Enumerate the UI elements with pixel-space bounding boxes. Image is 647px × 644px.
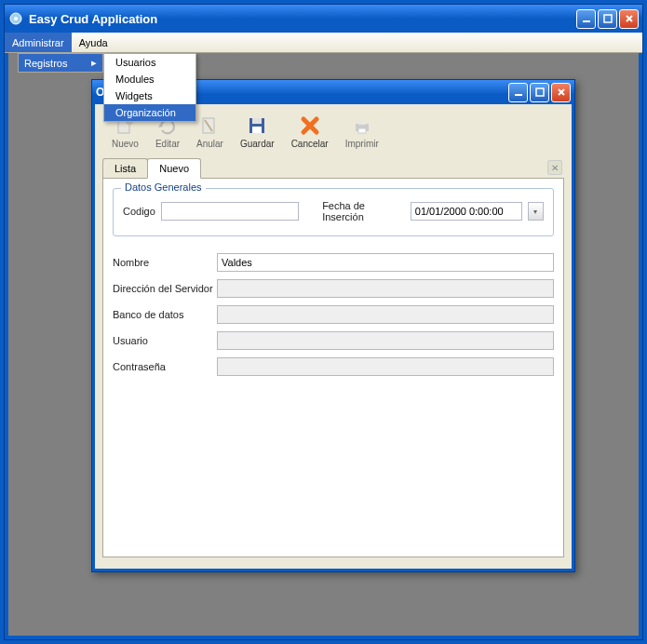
direccion-label: Dirección del Servidor — [113, 283, 217, 294]
fecha-input[interactable] — [411, 202, 522, 221]
minimize-button[interactable] — [576, 9, 596, 29]
menu-registros-label: Registros — [24, 58, 67, 69]
toolbar-imprimir-label: Imprimir — [345, 139, 379, 149]
tab-panel-nuevo: Datos Generales Codigo Fecha de Inserció… — [102, 178, 564, 557]
codigo-label: Codigo — [123, 206, 155, 217]
toolbar-guardar-label: Guardar — [240, 139, 275, 149]
date-picker-button[interactable]: ▾ — [528, 202, 544, 221]
tab-lista[interactable]: Lista — [102, 158, 148, 178]
svg-rect-22 — [358, 128, 366, 133]
fieldset-datos-generales: Datos Generales Codigo Fecha de Inserció… — [113, 188, 554, 236]
fieldset-legend: Datos Generales — [121, 181, 206, 193]
tab-nuevo[interactable]: Nuevo — [147, 158, 201, 179]
child-close-button[interactable] — [551, 83, 571, 102]
svg-rect-2 — [583, 20, 590, 22]
svg-rect-3 — [604, 15, 612, 22]
main-window-controls — [576, 9, 639, 29]
chevron-right-icon: ▸ — [91, 57, 97, 69]
child-window-controls — [508, 83, 571, 102]
print-icon — [351, 114, 373, 137]
usuario-label: Usuario — [113, 335, 217, 346]
submenu-item-organizacion[interactable]: Organización — [104, 104, 195, 121]
menu-registros[interactable]: Registros ▸ — [18, 53, 103, 73]
toolbar-anular-label: Anular — [196, 139, 223, 149]
tab-close-button[interactable]: ✕ — [547, 160, 562, 175]
toolbar-cancelar-label: Cancelar — [291, 139, 329, 149]
submenu-item-modules[interactable]: Modules — [104, 71, 195, 87]
chevron-down-icon: ▾ — [533, 208, 537, 216]
contrasena-input[interactable] — [217, 357, 554, 376]
toolbar-guardar-button[interactable]: Guardar — [240, 114, 275, 149]
dropdown-menu: Registros ▸ Usuarios Modules Widgets Org… — [18, 53, 103, 73]
toolbar-editar-label: Editar — [155, 139, 180, 149]
toolbar-imprimir-button[interactable]: Imprimir — [345, 114, 379, 149]
app-title: Easy Crud Application — [29, 12, 576, 26]
menu-ayuda[interactable]: Ayuda — [72, 33, 115, 52]
toolbar-nuevo-label: Nuevo — [112, 139, 139, 149]
menubar: Administrar Ayuda — [5, 33, 642, 53]
tab-strip: Lista Nuevo — [102, 158, 564, 178]
child-body: Nuevo Editar Anular Guardar — [95, 104, 572, 569]
child-window-organizacion: Organización Nuevo Editar — [91, 79, 575, 572]
child-minimize-button[interactable] — [508, 83, 528, 102]
svg-rect-16 — [252, 118, 262, 124]
main-titlebar: Easy Crud Application — [5, 5, 642, 33]
close-button[interactable] — [619, 9, 639, 29]
maximize-button[interactable] — [598, 9, 617, 29]
submenu-registros: Usuarios Modules Widgets Organización — [103, 53, 196, 122]
toolbar-anular-button[interactable]: Anular — [196, 114, 223, 149]
svg-point-1 — [14, 17, 18, 20]
save-icon — [246, 114, 268, 137]
cancel-icon — [299, 114, 321, 137]
submenu-item-widgets[interactable]: Widgets — [104, 87, 195, 104]
codigo-input[interactable] — [161, 202, 299, 221]
banco-label: Banco de datos — [113, 309, 217, 320]
banco-input[interactable] — [217, 305, 554, 324]
tab-area: Lista Nuevo ✕ Datos Generales Codigo Fec… — [95, 158, 572, 557]
direccion-input[interactable] — [217, 279, 554, 298]
submenu-item-usuarios[interactable]: Usuarios — [104, 54, 195, 71]
toolbar-cancelar-button[interactable]: Cancelar — [291, 114, 329, 149]
contrasena-label: Contraseña — [113, 361, 217, 372]
svg-rect-6 — [515, 94, 522, 96]
nombre-input[interactable] — [217, 253, 554, 272]
child-maximize-button[interactable] — [530, 83, 549, 102]
nombre-label: Nombre — [113, 257, 217, 268]
void-icon — [198, 114, 221, 137]
app-icon — [8, 11, 23, 26]
usuario-input[interactable] — [217, 331, 554, 350]
svg-rect-17 — [252, 127, 262, 133]
svg-rect-21 — [358, 119, 366, 125]
svg-rect-7 — [536, 88, 544, 96]
menu-administrar[interactable]: Administrar — [5, 33, 72, 52]
fecha-label: Fecha de Inserción — [322, 200, 405, 222]
form-grid: Nombre Dirección del Servidor Banco de d… — [113, 253, 554, 376]
main-window: Easy Crud Application Administrar Ayuda … — [4, 4, 643, 640]
application-frame: Easy Crud Application Administrar Ayuda … — [0, 0, 647, 644]
